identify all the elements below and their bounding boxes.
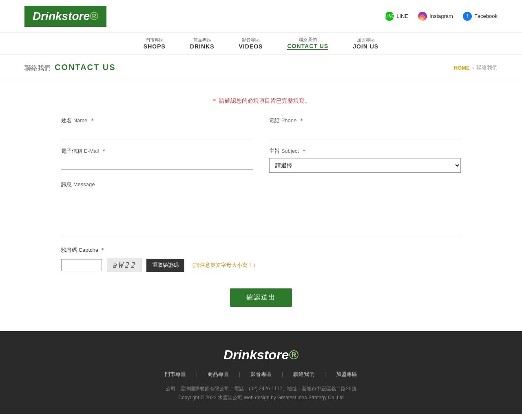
captcha-input[interactable] (61, 259, 102, 271)
breadcrumb-separator: › (472, 65, 474, 71)
footer-company-info: 公司：雲洋國際餐飲有限公司、電話：(02) 2426-1177、地址：基隆市中正… (24, 385, 498, 394)
name-label: 姓名 Name ＊ (61, 117, 253, 124)
footer: Drinkstore® 門市專區 ｜ 商品專區 ｜ 影音專區 ｜ 聯絡我們 ｜ … (0, 331, 522, 414)
page-title-zh: 聯絡我們 (24, 64, 51, 73)
breadcrumb-section: 聯絡我們 CONTACT US HOME › 聯絡我們 (0, 55, 522, 81)
instagram-social-link[interactable]: ◎ Instagram (418, 12, 453, 21)
logo-dot: ® (90, 10, 98, 22)
phone-group: 電話 Phone ＊ (269, 117, 461, 139)
logo[interactable]: Drinkstore® (24, 6, 106, 27)
footer-nav-contact[interactable]: 聯絡我們 (293, 371, 314, 378)
facebook-label: Facebook (474, 13, 498, 19)
email-group: 電子信箱 E-Mail ＊ (61, 147, 253, 173)
line-social-link[interactable]: LINE LINE (385, 12, 408, 21)
facebook-social-link[interactable]: f Facebook (463, 12, 498, 21)
footer-logo-text: Drinkstore® (223, 347, 299, 362)
name-input[interactable] (61, 128, 253, 139)
email-input[interactable] (61, 158, 253, 170)
footer-nav: 門市專區 ｜ 商品專區 ｜ 影音專區 ｜ 聯絡我們 ｜ 加盟專區 (24, 371, 498, 378)
captcha-hint: （請注意英文字母大小寫！） (189, 262, 258, 269)
phone-input[interactable] (269, 128, 461, 139)
error-message: ＊ 請確認您的必填項目皆已完整填寫。 (61, 97, 461, 105)
footer-nav-videos[interactable]: 影音專區 (250, 371, 272, 378)
message-group: 訊息 Message (61, 181, 461, 238)
email-subject-row: 電子信箱 E-Mail ＊ 主旨 Subject ＊ 請選擇 (61, 147, 461, 173)
instagram-icon: ◎ (418, 12, 427, 21)
nav-shops[interactable]: 門市專區 SHOPS (144, 37, 166, 50)
email-label: 電子信箱 E-Mail ＊ (61, 147, 253, 155)
main-content: ＊ 請確認您的必填項目皆已完整填寫。 姓名 Name ＊ 電話 Phone ＊ … (37, 81, 485, 331)
page-title-area: 聯絡我們 CONTACT US (24, 63, 116, 73)
submit-button[interactable]: 確認送出 (230, 288, 292, 307)
captcha-section: 驗證碼 Captcha ＊ aW22 重取驗證碼 （請注意英文字母大小寫！） (61, 246, 461, 272)
main-nav: 門市專區 SHOPS 商品專區 DRINKS 影音專區 VIDEOS 聯絡我們 … (0, 33, 522, 55)
facebook-icon: f (463, 12, 472, 21)
footer-copyright: Copyright © 2022 水雲堂公司 Web design by Gre… (24, 394, 498, 402)
breadcrumb: HOME › 聯絡我們 (454, 64, 498, 71)
name-phone-row: 姓名 Name ＊ 電話 Phone ＊ (61, 117, 461, 139)
line-label: LINE (396, 13, 408, 19)
phone-label: 電話 Phone ＊ (269, 117, 461, 124)
message-label: 訊息 Message (61, 181, 95, 187)
name-group: 姓名 Name ＊ (61, 117, 253, 139)
line-icon: LINE (385, 12, 394, 21)
nav-drinks[interactable]: 商品專區 DRINKS (190, 37, 215, 50)
footer-nav-shops[interactable]: 門市專區 (165, 371, 186, 378)
captcha-image: aW22 (107, 258, 142, 272)
subject-select[interactable]: 請選擇 (269, 158, 461, 173)
submit-row: 確認送出 (61, 288, 461, 307)
instagram-label: Instagram (429, 13, 453, 19)
captcha-label: 驗證碼 Captcha ＊ (61, 246, 461, 254)
subject-group: 主旨 Subject ＊ 請選擇 (269, 147, 461, 173)
nav-join[interactable]: 加盟專區 JOIN US (353, 37, 378, 50)
message-textarea[interactable] (61, 188, 461, 237)
captcha-row: aW22 重取驗證碼 （請注意英文字母大小寫！） (61, 258, 461, 272)
footer-logo: Drinkstore® (24, 347, 498, 363)
footer-nav-drinks[interactable]: 商品專區 (208, 371, 229, 378)
page-title-en: CONTACT US (55, 63, 116, 72)
breadcrumb-current: 聯絡我們 (476, 64, 498, 71)
logo-text: Drinkstore® (33, 10, 98, 22)
nav-contact[interactable]: 聯絡我們 CONTACT US (287, 37, 328, 50)
refresh-captcha-button[interactable]: 重取驗證碼 (146, 259, 184, 272)
nav-videos[interactable]: 影音專區 VIDEOS (239, 37, 263, 50)
footer-nav-join[interactable]: 加盟專區 (336, 371, 357, 378)
breadcrumb-home-link[interactable]: HOME (454, 65, 470, 71)
subject-label: 主旨 Subject ＊ (269, 147, 461, 155)
